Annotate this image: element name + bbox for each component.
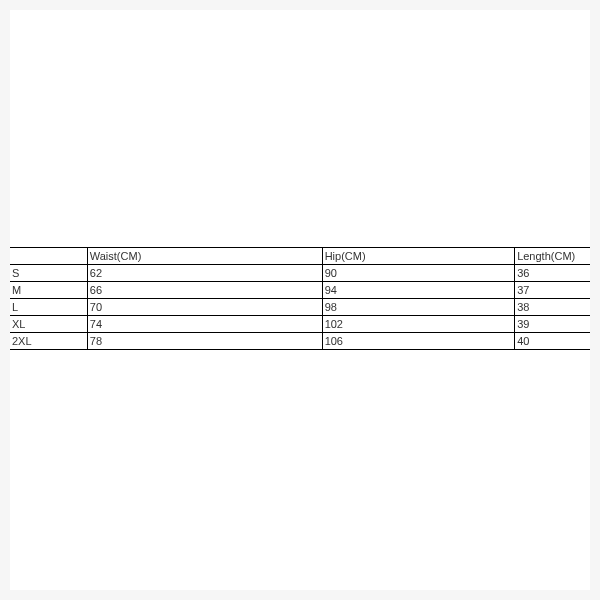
table-row: M 66 94 37: [10, 282, 590, 299]
cell-waist: 74: [87, 316, 322, 333]
size-chart-table: Waist(CM) Hip(CM) Length(CM) S 62 90 36 …: [10, 247, 590, 350]
table-row: XL 74 102 39: [10, 316, 590, 333]
cell-hip: 98: [322, 299, 515, 316]
cell-waist: 78: [87, 333, 322, 350]
header-waist: Waist(CM): [87, 248, 322, 265]
table-row: 2XL 78 106 40: [10, 333, 590, 350]
cell-waist: 66: [87, 282, 322, 299]
cell-length: 37: [515, 282, 590, 299]
cell-length: 36: [515, 265, 590, 282]
cell-length: 38: [515, 299, 590, 316]
cell-length: 40: [515, 333, 590, 350]
table-row: S 62 90 36: [10, 265, 590, 282]
page-container: Waist(CM) Hip(CM) Length(CM) S 62 90 36 …: [10, 10, 590, 590]
cell-size: S: [10, 265, 87, 282]
table-header-row: Waist(CM) Hip(CM) Length(CM): [10, 248, 590, 265]
cell-waist: 70: [87, 299, 322, 316]
header-hip: Hip(CM): [322, 248, 515, 265]
cell-waist: 62: [87, 265, 322, 282]
cell-size: 2XL: [10, 333, 87, 350]
cell-size: XL: [10, 316, 87, 333]
cell-size: L: [10, 299, 87, 316]
cell-hip: 94: [322, 282, 515, 299]
cell-size: M: [10, 282, 87, 299]
header-size: [10, 248, 87, 265]
cell-hip: 102: [322, 316, 515, 333]
cell-length: 39: [515, 316, 590, 333]
cell-hip: 90: [322, 265, 515, 282]
header-length: Length(CM): [515, 248, 590, 265]
table-row: L 70 98 38: [10, 299, 590, 316]
cell-hip: 106: [322, 333, 515, 350]
